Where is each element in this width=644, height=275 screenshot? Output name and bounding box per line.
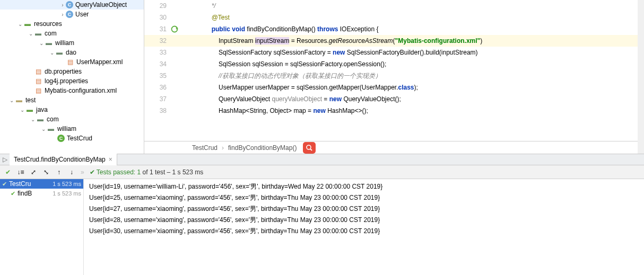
xml-icon: ▤ bbox=[66, 58, 74, 66]
console-line: User{id=27, username='xiaoming', passwor… bbox=[89, 205, 639, 216]
chevron-right-icon: › bbox=[222, 144, 224, 152]
line-number: 36 bbox=[144, 84, 171, 91]
tree-label: resources bbox=[34, 20, 62, 28]
folder-icon: ▬ bbox=[23, 20, 32, 28]
tree-item-folder[interactable]: ⌄▬java bbox=[0, 105, 144, 114]
tree-item-class[interactable]: CTestCrud bbox=[0, 134, 144, 143]
class-icon: C bbox=[66, 1, 73, 8]
test-status: ✔ Tests passed: 1 of 1 test – 1 s 523 ms bbox=[90, 168, 204, 176]
tree-label: log4j.properties bbox=[45, 77, 88, 85]
tree-label: com bbox=[47, 116, 59, 123]
breadcrumb-class[interactable]: TestCrud bbox=[192, 144, 217, 152]
props-icon: ▤ bbox=[34, 67, 42, 76]
test-time: 1 s 523 ms bbox=[53, 181, 81, 187]
tree-item-file[interactable]: ▤Mybatis-configuration.xml bbox=[0, 86, 144, 95]
tree-item-folder[interactable]: ⌄▬dao bbox=[0, 48, 144, 57]
test-time: 1 s 523 ms bbox=[53, 190, 81, 197]
prev-icon[interactable]: ↑ bbox=[53, 166, 65, 178]
class-icon: C bbox=[57, 135, 65, 142]
tree-label: test bbox=[25, 96, 36, 104]
tree-label: java bbox=[36, 106, 48, 113]
tree-item-folder[interactable]: ⌄▬test bbox=[0, 95, 144, 105]
code-text: @Test bbox=[212, 14, 230, 21]
tree-item-file[interactable]: ▤UserMapper.xml bbox=[0, 57, 144, 67]
test-root[interactable]: ✔ TestCru 1 s 523 ms bbox=[0, 179, 83, 189]
tree-label: db.properties bbox=[45, 68, 82, 75]
package-icon: ▬ bbox=[36, 115, 45, 123]
tree-label: com bbox=[45, 30, 57, 37]
tree-item-folder[interactable]: ⌄▬william bbox=[0, 124, 144, 134]
run-icon[interactable]: ▷ bbox=[0, 156, 10, 163]
package-icon: ▬ bbox=[55, 48, 64, 57]
tree-label: UserMapper.xml bbox=[76, 58, 123, 66]
breadcrumb[interactable]: TestCrud › findByConditionByMap() bbox=[144, 141, 644, 154]
tree-item-folder[interactable]: ⌄▬com bbox=[0, 114, 144, 124]
collapse-icon[interactable]: ⤡ bbox=[40, 166, 52, 178]
folder-icon: ▬ bbox=[25, 105, 34, 114]
line-number: 30 bbox=[144, 14, 171, 21]
svg-line-2 bbox=[310, 149, 312, 150]
close-icon[interactable]: × bbox=[109, 156, 112, 163]
folder-icon: ▬ bbox=[15, 96, 23, 104]
tree-label: QueryValueObject bbox=[75, 1, 127, 8]
next-icon[interactable]: ↓ bbox=[66, 166, 77, 178]
ok-filter-icon[interactable]: ✔ bbox=[2, 166, 14, 178]
console-line: User{id=30, username='xiaoming', passwor… bbox=[89, 227, 639, 238]
console-line: User{id=19, username='william-Li', passw… bbox=[89, 182, 639, 193]
tree-item-folder[interactable]: ⌄▬com bbox=[0, 29, 144, 38]
console-line: User{id=28, username='xiaoming', passwor… bbox=[89, 216, 639, 227]
package-icon: ▬ bbox=[34, 29, 42, 38]
line-number: 38 bbox=[144, 107, 171, 114]
console-line: User{id=25, username='xiaoming', passwor… bbox=[89, 193, 639, 205]
line-number: 32 bbox=[144, 37, 171, 45]
test-name: TestCru bbox=[9, 180, 31, 188]
tree-label: dao bbox=[66, 49, 76, 56]
run-tab-bar: ▷ TestCrud.findByConditionByMap × bbox=[0, 154, 644, 165]
package-icon: ▬ bbox=[45, 39, 53, 47]
test-toolbar: ✔ ↓≡ ⤢ ⤡ ↑ ↓ » ✔ Tests passed: 1 of 1 te… bbox=[0, 165, 644, 179]
line-number: 29 bbox=[144, 2, 171, 10]
ok-icon: ✔ bbox=[11, 190, 15, 197]
console-output[interactable]: User{id=19, username='william-Li', passw… bbox=[84, 179, 644, 275]
run-gutter-icon[interactable] bbox=[171, 25, 178, 33]
line-number: 34 bbox=[144, 60, 171, 68]
tree-item-file[interactable]: ▤log4j.properties bbox=[0, 76, 144, 86]
code-editor[interactable]: 29 */ 30 @Test 31 public void findByCond… bbox=[144, 0, 644, 154]
tree-item-file[interactable]: ▤db.properties bbox=[0, 67, 144, 76]
svg-point-1 bbox=[307, 145, 311, 149]
tree-label: Mybatis-configuration.xml bbox=[45, 87, 117, 94]
ok-icon: ✔ bbox=[2, 181, 7, 188]
tree-label: william bbox=[55, 39, 74, 47]
test-tree[interactable]: ✔ TestCru 1 s 523 ms ✔ findB 1 s 523 ms bbox=[0, 179, 84, 275]
tree-item-class[interactable]: ›CQueryValueObject bbox=[0, 0, 144, 10]
package-icon: ▬ bbox=[47, 125, 55, 133]
props-icon: ▤ bbox=[34, 77, 42, 85]
test-name: findB bbox=[18, 190, 32, 197]
tree-item-folder[interactable]: ⌄▬resources bbox=[0, 19, 144, 29]
line-number: 37 bbox=[144, 95, 171, 103]
tree-label: TestCrud bbox=[67, 135, 92, 142]
code-text: */ bbox=[197, 2, 216, 10]
tree-item-class[interactable]: ›CUser bbox=[0, 10, 144, 19]
line-number: 33 bbox=[144, 49, 171, 56]
search-icon[interactable] bbox=[303, 142, 316, 154]
expand-icon[interactable]: ⤢ bbox=[28, 166, 39, 178]
line-number: 35 bbox=[144, 72, 171, 79]
scrollbar[interactable] bbox=[638, 0, 644, 154]
run-tab-label: TestCrud.findByConditionByMap bbox=[14, 156, 106, 163]
run-config-tab[interactable]: TestCrud.findByConditionByMap × bbox=[10, 154, 117, 165]
tree-label: william bbox=[57, 125, 76, 132]
test-leaf[interactable]: ✔ findB 1 s 523 ms bbox=[0, 189, 83, 198]
tree-item-folder[interactable]: ⌄▬william bbox=[0, 38, 144, 48]
tree-label: User bbox=[75, 11, 89, 18]
sort-icon[interactable]: ↓≡ bbox=[15, 166, 27, 178]
line-number: 31 bbox=[144, 25, 171, 33]
project-tree[interactable]: ›CQueryValueObject ›CUser ⌄▬resources ⌄▬… bbox=[0, 0, 144, 154]
xml-icon: ▤ bbox=[34, 86, 42, 95]
breadcrumb-method[interactable]: findByConditionByMap() bbox=[228, 144, 297, 152]
class-icon: C bbox=[66, 11, 73, 18]
